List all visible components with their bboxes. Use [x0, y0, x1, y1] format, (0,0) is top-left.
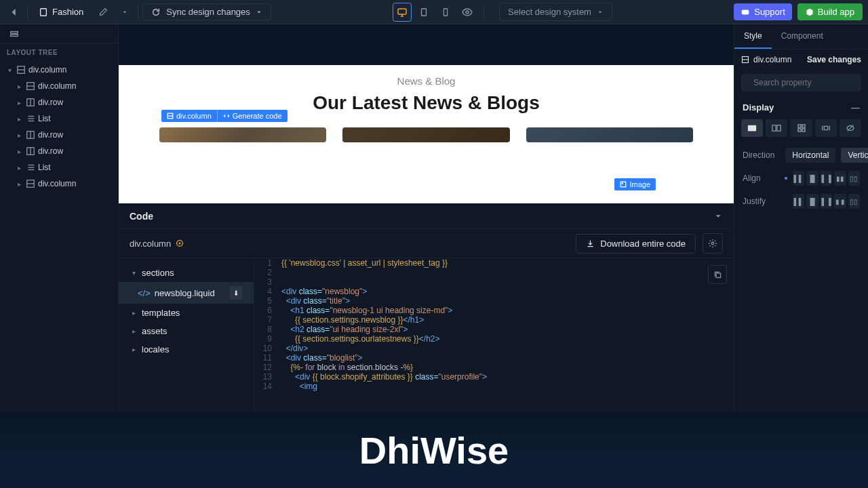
svg-point-4	[466, 11, 469, 14]
display-grid-icon[interactable]	[790, 119, 812, 137]
svg-rect-45	[824, 126, 827, 129]
tree-item[interactable]: ▸List	[0, 159, 118, 176]
save-changes-button[interactable]: Save changes	[807, 55, 861, 64]
tab-style[interactable]: Style	[734, 24, 772, 49]
tree-item[interactable]: ▸div.row	[0, 143, 118, 159]
build-app-button[interactable]: Build app	[797, 3, 863, 20]
chevron-down-icon	[597, 9, 604, 16]
row-icon	[26, 98, 35, 107]
search-property[interactable]	[741, 74, 861, 92]
edit-button[interactable]	[94, 3, 112, 21]
svg-rect-7	[11, 34, 18, 36]
tree-item[interactable]: ▸List	[0, 110, 118, 127]
settings-button[interactable]	[703, 233, 723, 253]
tree-item[interactable]: ▸div.row	[0, 127, 118, 143]
layers-icon[interactable]	[5, 25, 23, 43]
column-icon	[26, 81, 35, 91]
display-flex-icon[interactable]	[766, 119, 787, 137]
expand-icon[interactable]: ▸	[15, 147, 23, 155]
display-inline-icon[interactable]	[815, 119, 837, 137]
folder-label: sections	[142, 268, 174, 278]
justify-end-icon[interactable]: ▌▐	[821, 194, 832, 209]
folder-assets[interactable]: ▸assets	[119, 322, 254, 340]
svg-rect-38	[772, 125, 776, 131]
justify-center-icon[interactable]: ▐▌	[806, 194, 818, 209]
tree-label: div.column	[28, 65, 66, 75]
expand-icon[interactable]: ▸	[15, 82, 23, 90]
folder-templates[interactable]: ▸templates	[119, 304, 254, 322]
toolbar-left: Fashion Sync design changes	[5, 3, 271, 21]
download-code-button[interactable]: Download entire code	[576, 234, 696, 253]
code-breadcrumb[interactable]: div.column	[130, 239, 184, 249]
preview-button[interactable]	[458, 3, 477, 22]
selection-chip[interactable]: div.column Generate code	[161, 110, 288, 122]
align-row: Align ▌▌ ▐▌ ▌▐ ▮▮ ▯▯	[734, 167, 868, 190]
collapse-icon[interactable]: —	[851, 102, 860, 113]
download-file-icon[interactable]: ⬇	[229, 286, 243, 300]
sync-label: Sync design changes	[166, 7, 250, 17]
folder-label: locales	[142, 344, 169, 354]
search-input[interactable]	[753, 78, 855, 87]
vertical-button[interactable]: Vertical	[841, 148, 868, 163]
display-none-icon[interactable]	[840, 119, 861, 137]
support-button[interactable]: Support	[734, 3, 792, 20]
align-start-icon[interactable]: ▌▌	[793, 171, 804, 186]
expand-icon[interactable]: ▾	[5, 66, 14, 74]
align-baseline-icon[interactable]: ▯▯	[848, 171, 860, 186]
selection-breadcrumb: div.column	[753, 55, 791, 64]
svg-rect-1	[398, 9, 406, 14]
display-section-header[interactable]: Display —	[734, 96, 868, 119]
file-newsblog[interactable]: </>newsblog.liquid⬇	[119, 282, 254, 304]
tree-label: div.row	[38, 146, 63, 156]
desktop-device-button[interactable]	[393, 3, 412, 22]
list-icon	[26, 163, 35, 172]
expand-icon[interactable]: ▸	[15, 115, 23, 123]
svg-rect-6	[11, 31, 18, 33]
tab-component[interactable]: Component	[772, 24, 833, 49]
tree-label: div.column	[38, 179, 76, 188]
tree-item[interactable]: ▾div.column	[0, 62, 118, 78]
image-chip[interactable]: Image	[614, 178, 656, 190]
align-center-icon[interactable]: ▐▌	[806, 171, 818, 186]
horizontal-button[interactable]: Horizontal	[785, 148, 835, 163]
align-stretch-icon[interactable]: ▮▮	[834, 171, 846, 186]
tree-item[interactable]: ▸div.row	[0, 94, 118, 110]
dropdown-icon[interactable]	[116, 3, 134, 21]
expand-icon[interactable]: ▸	[15, 131, 23, 139]
display-block-icon[interactable]	[741, 119, 763, 137]
expand-icon[interactable]: ▸	[15, 163, 23, 171]
mobile-device-button[interactable]	[436, 3, 455, 22]
justify-around-icon[interactable]: ▯▯	[848, 194, 860, 209]
direction-row: Direction Horizontal Vertical	[734, 144, 868, 167]
tree-item[interactable]: ▸div.column	[0, 176, 118, 192]
tree-label: List	[38, 114, 51, 123]
expand-icon[interactable]: ▸	[15, 180, 23, 188]
tree-item[interactable]: ▸div.column	[0, 78, 118, 94]
justify-start-icon[interactable]: ▌▌	[793, 194, 804, 209]
canvas-viewport[interactable]: div.column Generate code Image 👆 News & …	[119, 24, 734, 203]
expand-icon[interactable]: ▸	[15, 98, 23, 106]
tablet-device-button[interactable]	[414, 3, 433, 22]
copy-button[interactable]	[708, 265, 727, 284]
blog-card-image	[526, 127, 693, 142]
breadcrumb-label: div.column	[130, 239, 171, 249]
build-label: Build app	[818, 7, 854, 17]
brand-name: DhiWise	[359, 428, 509, 472]
selection-breadcrumb-row: div.column Save changes	[734, 49, 868, 70]
folder-label: templates	[142, 308, 180, 318]
svg-rect-0	[41, 8, 47, 16]
back-button[interactable]	[5, 3, 23, 21]
design-system-select[interactable]: Select design system	[499, 3, 612, 21]
collapse-icon[interactable]	[713, 211, 723, 221]
locate-icon[interactable]	[175, 239, 184, 248]
image-icon	[620, 181, 627, 188]
folder-locales[interactable]: ▸locales	[119, 340, 254, 359]
column-icon	[26, 179, 35, 188]
tree-label: div.row	[38, 130, 63, 140]
file-tab[interactable]: Fashion	[32, 4, 90, 20]
sync-button[interactable]: Sync design changes	[142, 3, 271, 20]
folder-sections[interactable]: ▾sections	[119, 264, 254, 282]
justify-between-icon[interactable]: ▮ ▮	[834, 194, 846, 209]
divider	[27, 5, 28, 19]
align-end-icon[interactable]: ▌▐	[821, 171, 832, 186]
